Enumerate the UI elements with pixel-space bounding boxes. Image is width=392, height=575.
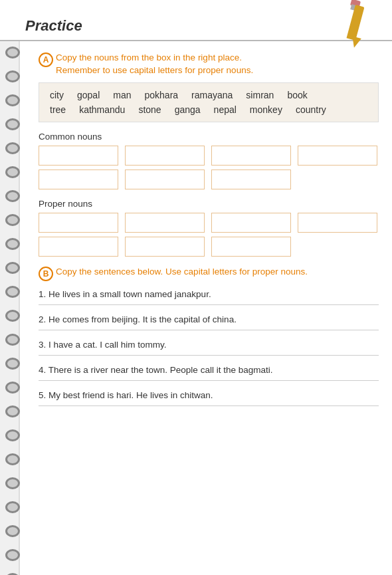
word-ganga: ganga (175, 104, 201, 115)
common-noun-input-2[interactable] (125, 146, 205, 166)
section-a-header: A Copy the nouns from the box in the rig… (39, 52, 379, 77)
section-b-instruction: Copy the sentences below. Use capital le… (56, 266, 308, 279)
ring (5, 142, 20, 154)
word-kathmandu: kathmandu (79, 104, 125, 115)
common-noun-input-1[interactable] (39, 146, 118, 166)
ring (5, 214, 20, 226)
proper-nouns-grid (39, 213, 379, 257)
ring (5, 549, 20, 561)
proper-noun-input-6[interactable] (125, 237, 205, 257)
page-content: A Copy the nouns from the box in the rig… (19, 40, 392, 575)
sentences-list: 1. He lives in a small town named janakp… (39, 289, 379, 406)
word-nepal: nepal (214, 104, 237, 115)
proper-noun-input-1[interactable] (39, 213, 118, 233)
sentence-line-2 (39, 330, 379, 330)
ring (5, 501, 20, 513)
ring (5, 118, 20, 130)
sentence-text-2: 2. He comes from beijing. It is the capi… (39, 314, 379, 324)
proper-nouns-row-2 (39, 237, 379, 257)
sentence-line-4 (39, 380, 379, 381)
word-ramayana: ramayana (191, 90, 233, 100)
proper-noun-input-2[interactable] (125, 213, 205, 233)
ring (5, 525, 20, 537)
sentence-3: 3. I have a cat. I call him tommy. (39, 340, 379, 356)
sentence-line-3 (39, 355, 379, 356)
ring (5, 358, 20, 370)
proper-noun-input-3[interactable] (211, 213, 291, 233)
sentence-line-1 (39, 304, 379, 305)
main-content: A Copy the nouns from the box in the rig… (39, 52, 379, 406)
common-noun-input-7[interactable] (211, 170, 291, 189)
pencil-icon (339, 0, 372, 47)
word-country: country (296, 104, 326, 115)
ring (5, 238, 20, 250)
ring (5, 382, 20, 394)
common-nouns-grid (39, 146, 379, 189)
proper-nouns-section: Proper nouns (39, 199, 379, 257)
word-simran: simran (246, 90, 274, 100)
sentence-1: 1. He lives in a small town named janakp… (39, 289, 379, 305)
ring (5, 334, 20, 346)
word-row-2: tree kathmandu stone ganga nepal monkey … (50, 104, 367, 115)
ring (5, 310, 20, 322)
proper-noun-input-5[interactable] (39, 237, 118, 257)
common-noun-input-6[interactable] (125, 170, 205, 189)
common-nouns-label: Common nouns (39, 132, 379, 142)
header: Practice (0, 0, 392, 41)
word-man: man (113, 90, 131, 100)
proper-nouns-label: Proper nouns (39, 199, 379, 209)
page-title: Practice (25, 17, 82, 35)
proper-noun-input-4[interactable] (298, 213, 377, 233)
section-a-circle: A (39, 53, 53, 67)
section-b-circle: B (39, 267, 53, 281)
ring (5, 94, 20, 106)
common-noun-input-4[interactable] (298, 146, 377, 166)
common-nouns-row-1 (39, 146, 379, 166)
sentence-5: 5. My best friend is hari. He lives in c… (39, 390, 379, 406)
ring (5, 405, 20, 417)
word-stone: stone (138, 104, 161, 115)
ring (5, 429, 20, 441)
word-pokhara: pokhara (145, 90, 179, 100)
word-monkey: monkey (250, 104, 282, 115)
spiral-binding (0, 40, 25, 565)
sentence-text-4: 4. There is a river near the town. Peopl… (39, 365, 379, 375)
sentence-text-5: 5. My best friend is hari. He lives in c… (39, 390, 379, 400)
ring (5, 453, 20, 465)
word-tree: tree (50, 104, 66, 115)
ring (5, 262, 20, 274)
sentence-text-3: 3. I have a cat. I call him tommy. (39, 340, 379, 350)
ring (5, 166, 20, 178)
proper-noun-input-7[interactable] (211, 237, 291, 257)
sentence-4: 4. There is a river near the town. Peopl… (39, 365, 379, 381)
common-noun-input-5[interactable] (39, 170, 118, 189)
ring (5, 477, 20, 489)
section-b-header: B Copy the sentences below. Use capital … (39, 266, 379, 281)
common-nouns-row-2 (39, 170, 379, 189)
sentence-2: 2. He comes from beijing. It is the capi… (39, 314, 379, 330)
ring (5, 70, 20, 82)
word-city: city (50, 90, 64, 100)
common-noun-input-3[interactable] (211, 146, 291, 166)
proper-nouns-row-1 (39, 213, 379, 233)
common-nouns-section: Common nouns (39, 132, 379, 189)
word-gopal: gopal (77, 90, 100, 100)
sentence-text-1: 1. He lives in a small town named janakp… (39, 289, 379, 299)
sentence-line-5 (39, 405, 379, 406)
section-a-instruction: Copy the nouns from the box in the right… (56, 52, 253, 77)
ring (5, 190, 20, 202)
word-book: book (287, 90, 307, 100)
word-box: city gopal man pokhara ramayana simran b… (39, 82, 379, 122)
ring (5, 47, 20, 58)
ring (5, 286, 20, 298)
word-row-1: city gopal man pokhara ramayana simran b… (50, 90, 367, 100)
